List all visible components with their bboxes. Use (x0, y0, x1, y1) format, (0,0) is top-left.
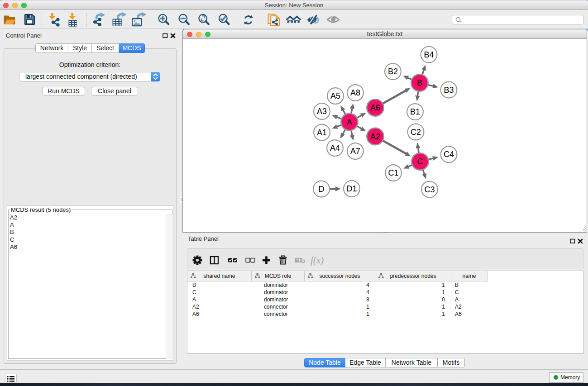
svg-text:A1: A1 (317, 128, 327, 137)
svg-text:C2: C2 (411, 128, 421, 137)
svg-text:C3: C3 (424, 185, 435, 194)
svg-text:A3: A3 (317, 107, 327, 116)
svg-text:A2: A2 (370, 132, 380, 141)
svg-text:A6: A6 (370, 103, 380, 112)
svg-text:C1: C1 (388, 168, 398, 177)
svg-text:f(x): f(x) (311, 255, 324, 266)
svg-text:C: C (417, 157, 423, 166)
svg-text:B1: B1 (410, 107, 420, 116)
svg-text:B3: B3 (444, 86, 454, 95)
svg-text:B2: B2 (388, 67, 398, 76)
svg-text:B4: B4 (424, 50, 434, 59)
svg-text:D1: D1 (346, 184, 357, 193)
svg-text:B: B (417, 78, 422, 87)
svg-text:A7: A7 (350, 147, 360, 156)
svg-text:A: A (347, 118, 352, 127)
svg-text:A8: A8 (350, 88, 360, 97)
svg-text:C4: C4 (444, 150, 454, 159)
svg-text:A4: A4 (330, 143, 340, 152)
svg-text:D: D (319, 185, 325, 194)
svg-text:A5: A5 (330, 91, 340, 100)
